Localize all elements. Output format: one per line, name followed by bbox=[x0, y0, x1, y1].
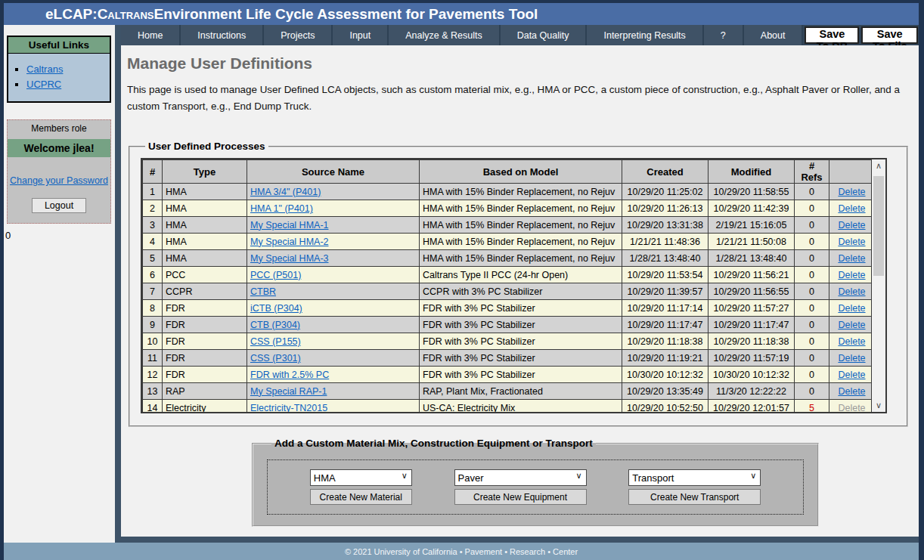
source-name-link[interactable]: HMA 1" (P401) bbox=[250, 203, 313, 214]
scrollbar-track[interactable] bbox=[872, 172, 885, 399]
source-name-link[interactable]: My Special HMA-3 bbox=[250, 253, 329, 264]
nav-item-analyze-results[interactable]: Analyze & Results bbox=[389, 25, 500, 45]
footer-copyright: © 2021 University of California • Paveme… bbox=[345, 547, 578, 556]
save-to-db-button[interactable]: Save To DB bbox=[805, 26, 859, 44]
equipment-group: Paver Create New Equipment bbox=[454, 469, 587, 505]
cell-refs: 0 bbox=[795, 217, 829, 234]
cell-number: 13 bbox=[143, 383, 163, 400]
cell-modified: 1/21/21 11:50:08 bbox=[709, 234, 795, 250]
cell-type: FDR bbox=[163, 300, 247, 317]
cell-refs: 0 bbox=[795, 283, 829, 300]
vertical-scrollbar[interactable]: ∧ ∨ bbox=[871, 159, 885, 412]
cell-number: 6 bbox=[143, 267, 163, 283]
source-name-link[interactable]: HMA 3/4" (P401) bbox=[250, 187, 321, 197]
delete-link[interactable]: Delete bbox=[838, 336, 865, 347]
app-title-brand: Caltrans bbox=[98, 6, 154, 23]
cell-created: 1/28/21 13:48:40 bbox=[622, 250, 709, 267]
create-new-equipment-button[interactable]: Create New Equipment bbox=[454, 489, 587, 505]
cell-source-name: CTBR bbox=[247, 283, 420, 300]
source-name-link[interactable]: CSS (P155) bbox=[250, 336, 301, 347]
delete-link-disabled: Delete bbox=[838, 403, 865, 413]
source-name-link[interactable]: CTBR bbox=[250, 286, 276, 297]
useful-link-item: Caltrans bbox=[26, 63, 110, 75]
delete-link[interactable]: Delete bbox=[838, 303, 865, 314]
header-row: #TypeSource NameBased on ModelCreatedMod… bbox=[143, 160, 872, 184]
app-title-pre: eLCAP: bbox=[45, 6, 98, 23]
delete-link[interactable]: Delete bbox=[838, 237, 865, 247]
cell-type: FDR bbox=[163, 317, 247, 333]
cell-refs: 0 bbox=[795, 300, 829, 317]
cell-based-on-model: FDR with 3% PC Stabilizer bbox=[420, 317, 622, 333]
delete-link[interactable]: Delete bbox=[838, 220, 865, 230]
table-row: 7CCPRCTBRCCPR with 3% PC Stabilizer10/29… bbox=[143, 283, 872, 300]
save-to-file-button[interactable]: Save To File bbox=[861, 26, 918, 44]
table-row: 1HMAHMA 3/4" (P401)HMA with 15% Binder R… bbox=[143, 184, 872, 200]
delete-link[interactable]: Delete bbox=[838, 286, 865, 297]
equipment-select-wrap: Paver bbox=[454, 469, 587, 486]
cell-refs: 0 bbox=[795, 367, 829, 383]
column-header: Modified bbox=[709, 160, 795, 184]
source-name-link[interactable]: My Special RAP-1 bbox=[250, 386, 327, 397]
cell-number: 2 bbox=[143, 200, 163, 217]
material-select[interactable]: HMA bbox=[310, 469, 412, 486]
nav-item-input[interactable]: Input bbox=[333, 25, 389, 45]
cell-modified: 10/29/20 11:57:19 bbox=[709, 350, 795, 367]
delete-link[interactable]: Delete bbox=[838, 203, 865, 214]
nav-item-help[interactable]: ? bbox=[704, 25, 744, 45]
cell-based-on-model: FDR with 3% PC Stabilizer bbox=[420, 333, 622, 350]
cell-delete: Delete bbox=[829, 267, 872, 283]
nav-item-interpreting-results[interactable]: Interpreting Results bbox=[587, 25, 703, 45]
source-name-link[interactable]: CSS (P301) bbox=[250, 353, 301, 364]
delete-link[interactable]: Delete bbox=[838, 187, 865, 197]
nav-item-about[interactable]: About bbox=[744, 25, 804, 45]
table-row: 2HMAHMA 1" (P401)HMA with 15% Binder Rep… bbox=[143, 200, 872, 217]
cell-created: 10/29/20 11:39:57 bbox=[622, 283, 709, 300]
delete-link[interactable]: Delete bbox=[838, 270, 865, 280]
page-title: Manage User Definitions bbox=[127, 54, 913, 73]
cell-source-name: HMA 3/4" (P401) bbox=[247, 184, 420, 200]
scroll-down-icon[interactable]: ∨ bbox=[872, 399, 885, 412]
processes-grid: #TypeSource NameBased on ModelCreatedMod… bbox=[142, 159, 871, 412]
transport-select[interactable]: Transport bbox=[628, 469, 761, 486]
source-name-link[interactable]: iCTB (P304) bbox=[250, 303, 302, 314]
change-password-link[interactable]: Change your Password bbox=[8, 175, 110, 186]
cell-created: 10/29/20 13:35:49 bbox=[622, 383, 709, 400]
app-title-post: Environment Life Cycle Assessment for Pa… bbox=[154, 6, 538, 23]
cell-source-name: Electricity-TN2015 bbox=[247, 400, 420, 413]
logout-button[interactable]: Logout bbox=[32, 198, 86, 213]
source-name-link[interactable]: My Special HMA-1 bbox=[250, 220, 329, 230]
cell-refs: 0 bbox=[795, 184, 829, 200]
source-name-link[interactable]: PCC (P501) bbox=[250, 270, 301, 280]
create-new-transport-button[interactable]: Create New Transport bbox=[628, 489, 761, 505]
cell-based-on-model: FDR with 3% PC Stabilizer bbox=[420, 367, 622, 383]
cell-number: 4 bbox=[143, 234, 163, 250]
scrollbar-thumb[interactable] bbox=[873, 176, 884, 276]
cell-created: 10/29/20 11:26:13 bbox=[622, 200, 709, 217]
delete-link[interactable]: Delete bbox=[838, 320, 865, 330]
delete-link[interactable]: Delete bbox=[838, 353, 865, 364]
useful-link-caltrans[interactable]: Caltrans bbox=[26, 63, 63, 75]
cell-number: 8 bbox=[143, 300, 163, 317]
cell-modified: 2/19/21 15:16:05 bbox=[709, 217, 795, 234]
nav-item-data-quality[interactable]: Data Quality bbox=[501, 25, 588, 45]
source-name-link[interactable]: FDR with 2.5% PC bbox=[250, 370, 329, 380]
cell-source-name: FDR with 2.5% PC bbox=[247, 367, 420, 383]
nav-item-home[interactable]: Home bbox=[121, 25, 181, 45]
create-new-material-button[interactable]: Create New Material bbox=[310, 489, 412, 505]
delete-link[interactable]: Delete bbox=[838, 386, 865, 397]
source-name-link[interactable]: Electricity-TN2015 bbox=[250, 403, 327, 413]
nav-items: HomeInstructionsProjectsInputAnalyze & R… bbox=[121, 25, 803, 45]
useful-link-ucprc[interactable]: UCPRC bbox=[26, 79, 61, 90]
delete-link[interactable]: Delete bbox=[838, 370, 865, 380]
delete-link[interactable]: Delete bbox=[838, 253, 865, 264]
scroll-up-icon[interactable]: ∧ bbox=[872, 159, 885, 172]
nav-item-instructions[interactable]: Instructions bbox=[181, 25, 264, 45]
table-row: 11FDRCSS (P301)FDR with 3% PC Stabilizer… bbox=[143, 350, 872, 367]
table-row: 10FDRCSS (P155)FDR with 3% PC Stabilizer… bbox=[143, 333, 872, 350]
source-name-link[interactable]: My Special HMA-2 bbox=[250, 237, 329, 247]
source-name-link[interactable]: CTB (P304) bbox=[250, 320, 300, 330]
cell-modified: 11/3/20 12:22:22 bbox=[709, 383, 795, 400]
cell-delete: Delete bbox=[829, 333, 872, 350]
equipment-select[interactable]: Paver bbox=[454, 469, 587, 486]
nav-item-projects[interactable]: Projects bbox=[264, 25, 333, 45]
